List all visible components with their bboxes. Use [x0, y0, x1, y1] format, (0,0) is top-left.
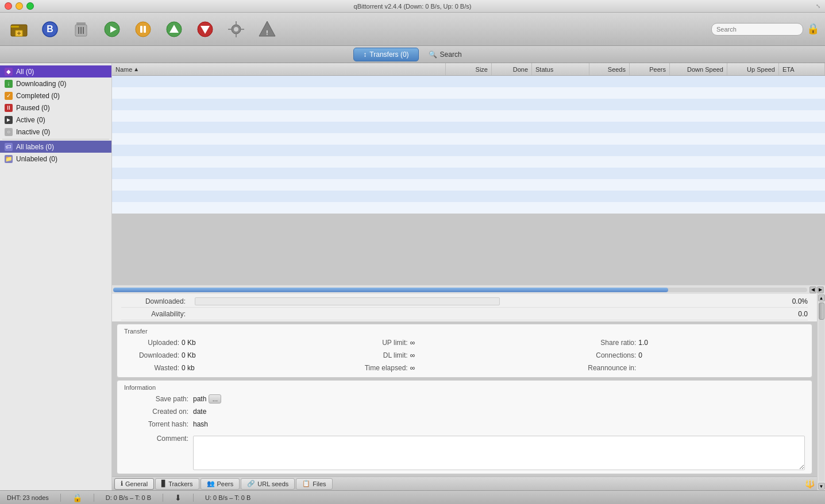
col-header-done[interactable]: Done: [492, 63, 532, 75]
bottom-tab-files[interactable]: 📋 Files: [296, 478, 332, 490]
bottom-tab-trackers[interactable]: ▊ Trackers: [155, 478, 199, 490]
about-button[interactable]: !: [253, 17, 282, 42]
hscroll-thumb[interactable]: [113, 288, 668, 292]
col-header-eta[interactable]: ETA: [779, 63, 825, 75]
sidebar-item-unlabeled[interactable]: 📁 Unlabeled (0): [0, 153, 111, 165]
hscroll-track[interactable]: [113, 288, 807, 292]
table-row[interactable]: [112, 87, 825, 99]
all-icon: ◆: [5, 68, 13, 76]
url-seeds-tab-icon: 🔗: [247, 480, 255, 487]
table-row[interactable]: [112, 133, 825, 145]
toolbar-search: 🔒: [711, 22, 820, 36]
vscroll-down-button[interactable]: ▼: [818, 483, 825, 490]
bottom-tabs: ℹ General ▊ Trackers 👥 Peers 🔗 URL seeds: [112, 476, 817, 490]
status-separator-4: [193, 494, 194, 502]
wasted-key: Wasted:: [124, 364, 182, 372]
table-row[interactable]: [112, 99, 825, 110]
table-row[interactable]: [112, 145, 825, 156]
sidebar: ◆ All (0) ↓ Downloading (0) ✓ Completed …: [0, 63, 112, 490]
svg-point-14: [136, 22, 151, 37]
table-header: Name ▲ Size Done Status Seeds Peers Down…: [112, 63, 825, 76]
downloaded-label: Downloaded:: [121, 297, 190, 305]
vscroll-thumb[interactable]: [819, 303, 824, 320]
elapsed-val: ∞: [410, 364, 415, 372]
table-row[interactable]: [112, 191, 825, 202]
bottom-tab-general[interactable]: ℹ General: [114, 478, 154, 490]
open-torrent-button[interactable]: [5, 17, 33, 42]
vscroll-track[interactable]: [819, 303, 824, 482]
close-button[interactable]: [5, 2, 12, 10]
sidebar-item-active[interactable]: ► Active (0): [0, 114, 111, 126]
resize-handle[interactable]: ⤡: [816, 3, 820, 9]
add-link-button[interactable]: B: [36, 17, 64, 42]
transfer-item-connections: Connections: 0: [581, 350, 805, 361]
sidebar-item-all[interactable]: ◆ All (0): [0, 65, 111, 77]
sidebar-label-active: Active (0): [16, 116, 45, 124]
svg-rect-1: [11, 26, 19, 28]
dllimit-key: DL limit:: [353, 351, 410, 359]
priority-down-button[interactable]: [191, 17, 219, 42]
options-button[interactable]: [222, 17, 250, 42]
col-header-up-speed[interactable]: Up Speed: [727, 63, 779, 75]
comment-textarea[interactable]: [193, 436, 805, 470]
shareratio-val: 1.0: [638, 339, 648, 347]
details-panel: Downloaded: 0.0% Availability: 0.0 Trans…: [112, 294, 825, 490]
sidebar-item-all-labels[interactable]: 🏷 All labels (0): [0, 141, 111, 153]
search-input[interactable]: [711, 23, 803, 36]
open-torrent-icon: [10, 20, 28, 38]
table-row[interactable]: [112, 76, 825, 87]
availability-row: Availability: 0.0: [121, 308, 808, 320]
table-row[interactable]: [112, 122, 825, 133]
hscroll-right-arrow[interactable]: ▶: [817, 286, 824, 293]
transfer-item-downloaded: Downloaded: 0 Kb: [124, 350, 348, 361]
browse-button[interactable]: ...: [209, 394, 221, 404]
shareratio-key: Share ratio:: [581, 339, 638, 347]
svg-rect-7: [76, 22, 86, 25]
detail-summary: Downloaded: 0.0% Availability: 0.0: [112, 294, 817, 321]
tab-transfers-label: Transfers (0): [369, 51, 408, 59]
info-grid: Save path: path ... Created on: date Tor…: [124, 393, 805, 470]
delete-icon: [72, 20, 90, 38]
down-status: D: 0 B/s – T: 0 B: [106, 494, 151, 501]
table-row[interactable]: [112, 110, 825, 122]
pause-icon: [134, 20, 152, 38]
bottom-tab-peers[interactable]: 👥 Peers: [201, 478, 240, 490]
window-title: qBittorrent v2.4.4 (Down: 0 B/s, Up: 0 B…: [354, 3, 472, 10]
priority-up-button[interactable]: [160, 17, 188, 42]
toolbar: B: [0, 13, 825, 46]
col-header-peers[interactable]: Peers: [630, 63, 670, 75]
tab-transfers[interactable]: ↕ Transfers (0): [353, 48, 418, 61]
bottom-tab-url-seeds[interactable]: 🔗 URL seeds: [241, 478, 295, 490]
col-header-status[interactable]: Status: [532, 63, 589, 75]
table-row[interactable]: [112, 179, 825, 191]
titlebar: qBittorrent v2.4.4 (Down: 0 B/s, Up: 0 B…: [0, 0, 825, 13]
general-tab-icon: ℹ: [121, 480, 123, 487]
table-row[interactable]: [112, 202, 825, 214]
sidebar-item-downloading[interactable]: ↓ Downloading (0): [0, 77, 111, 90]
hscroll-left-arrow[interactable]: ◀: [809, 286, 816, 293]
col-header-down-speed[interactable]: Down Speed: [670, 63, 727, 75]
table-row[interactable]: [112, 168, 825, 179]
resume-button[interactable]: [98, 17, 126, 42]
sidebar-item-paused[interactable]: ⏸ Paused (0): [0, 102, 111, 114]
sidebar-item-inactive[interactable]: ○ Inactive (0): [0, 126, 111, 138]
svg-rect-16: [144, 26, 146, 33]
delete-button[interactable]: [67, 17, 95, 42]
transfer-title: Transfer: [124, 328, 805, 335]
table-body: [112, 76, 825, 285]
save-path-row: Save path: path ...: [124, 393, 805, 405]
col-header-size[interactable]: Size: [446, 63, 492, 75]
table-row[interactable]: [112, 156, 825, 168]
tab-search-label: Search: [440, 51, 462, 59]
pause-button[interactable]: [129, 17, 157, 42]
col-header-seeds[interactable]: Seeds: [589, 63, 630, 75]
minimize-button[interactable]: [16, 2, 23, 10]
sidebar-item-completed[interactable]: ✓ Completed (0): [0, 90, 111, 102]
uploaded-val: 0 Kb: [182, 339, 196, 347]
save-path-value: path ...: [193, 394, 221, 404]
vscroll-up-button[interactable]: ▲: [818, 294, 825, 301]
about-icon: !: [258, 20, 276, 38]
maximize-button[interactable]: [26, 2, 34, 10]
tab-search[interactable]: 🔍 Search: [419, 48, 472, 61]
col-header-name[interactable]: Name ▲: [112, 63, 446, 75]
